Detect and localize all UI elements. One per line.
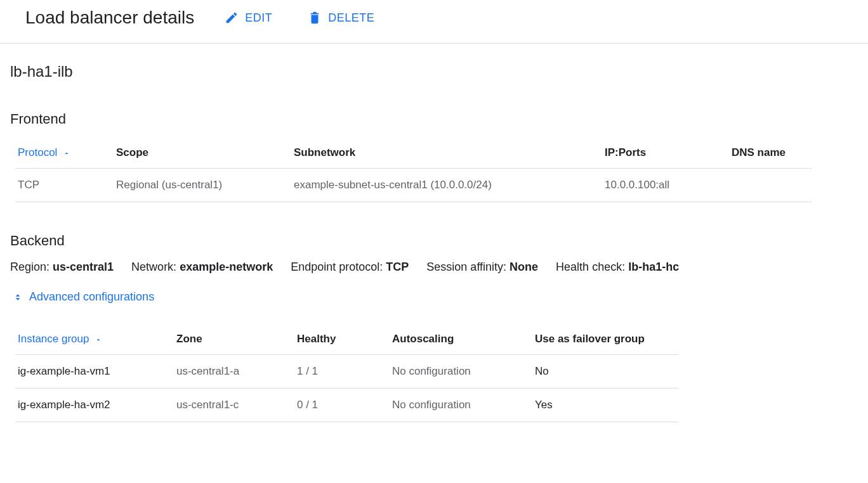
resource-name: lb-ha1-ilb	[10, 63, 858, 80]
header-bar: Load balancer details EDIT DELETE	[0, 0, 868, 44]
backend-col-zone[interactable]: Zone	[174, 325, 294, 355]
frontend-col-subnetwork[interactable]: Subnetwork	[291, 139, 602, 169]
meta-region: Region: us-central1	[10, 261, 114, 274]
backend-title: Backend	[10, 233, 858, 249]
backend-row: ig-example-ha-vm2 us-central1-c 0 / 1 No…	[15, 389, 678, 422]
delete-label: DELETE	[328, 11, 374, 25]
trash-icon	[308, 11, 322, 25]
sort-asc-icon	[63, 150, 70, 157]
backend-cell-zone: us-central1-a	[174, 355, 294, 389]
meta-session-affinity: Session affinity: None	[426, 261, 538, 274]
backend-cell-zone: us-central1-c	[174, 389, 294, 422]
frontend-cell-subnetwork: example-subnet-us-central1 (10.0.0.0/24)	[291, 169, 602, 202]
frontend-col-ip-ports[interactable]: IP:Ports	[602, 139, 729, 169]
backend-col-healthy[interactable]: Healthy	[294, 325, 390, 355]
backend-cell-healthy: 1 / 1	[294, 355, 390, 389]
frontend-cell-scope: Regional (us-central1)	[114, 169, 291, 202]
frontend-title: Frontend	[10, 111, 858, 127]
pencil-icon	[225, 11, 239, 25]
backend-meta-row: Region: us-central1 Network: example-net…	[10, 261, 858, 274]
frontend-table: Protocol Scope Subnetwork IP:Ports DNS n…	[15, 139, 812, 202]
edit-button[interactable]: EDIT	[220, 8, 277, 27]
frontend-cell-protocol: TCP	[15, 169, 114, 202]
backend-cell-failover: Yes	[532, 389, 678, 422]
meta-health-check: Health check: lb-ha1-hc	[556, 261, 679, 274]
backend-cell-instance-group: ig-example-ha-vm2	[15, 389, 174, 422]
backend-cell-instance-group: ig-example-ha-vm1	[15, 355, 174, 389]
frontend-col-dns-name[interactable]: DNS name	[729, 139, 812, 169]
content: lb-ha1-ilb Frontend Protocol Scope Subne…	[0, 44, 868, 463]
backend-table: Instance group Zone Healthy Autoscaling …	[15, 325, 678, 422]
meta-network: Network: example-network	[131, 261, 273, 274]
frontend-col-protocol[interactable]: Protocol	[15, 139, 114, 169]
frontend-row: TCP Regional (us-central1) example-subne…	[15, 169, 812, 202]
backend-cell-autoscaling: No configuration	[390, 355, 532, 389]
page-title: Load balancer details	[25, 8, 194, 28]
backend-cell-failover: No	[532, 355, 678, 389]
meta-endpoint-protocol: Endpoint protocol: TCP	[291, 261, 409, 274]
advanced-configurations-toggle[interactable]: Advanced configurations	[13, 290, 154, 304]
sort-asc-icon	[95, 336, 102, 344]
backend-cell-healthy: 0 / 1	[294, 389, 390, 422]
backend-cell-autoscaling: No configuration	[390, 389, 532, 422]
edit-label: EDIT	[245, 11, 272, 25]
frontend-cell-dns-name	[729, 169, 812, 202]
backend-row: ig-example-ha-vm1 us-central1-a 1 / 1 No…	[15, 355, 678, 389]
frontend-cell-ip-ports: 10.0.0.100:all	[602, 169, 729, 202]
expand-icon	[13, 292, 23, 302]
backend-col-failover[interactable]: Use as failover group	[532, 325, 678, 355]
delete-button[interactable]: DELETE	[303, 8, 379, 27]
backend-col-instance-group[interactable]: Instance group	[15, 325, 174, 355]
backend-col-autoscaling[interactable]: Autoscaling	[390, 325, 532, 355]
frontend-col-scope[interactable]: Scope	[114, 139, 291, 169]
